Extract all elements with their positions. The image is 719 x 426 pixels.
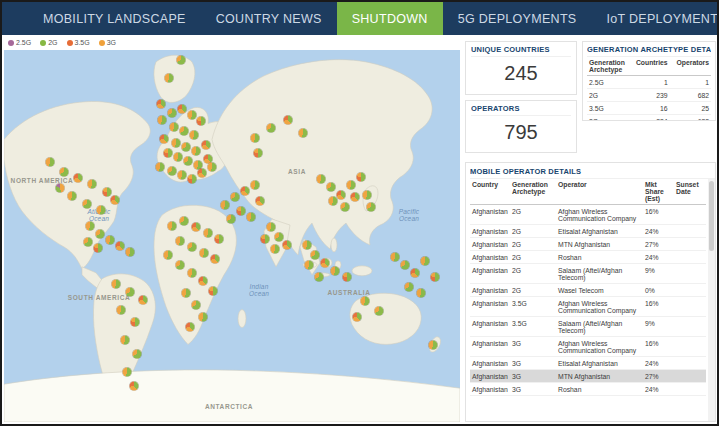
map-pie-marker[interactable]: [111, 196, 120, 205]
map-pie-marker[interactable]: [126, 248, 135, 257]
map-pie-marker[interactable]: [199, 277, 208, 286]
map-pie-marker[interactable]: [123, 368, 132, 377]
map-pie-marker[interactable]: [431, 273, 440, 282]
map-pie-marker[interactable]: [357, 173, 366, 182]
map-pie-marker[interactable]: [184, 157, 193, 166]
map-pie-marker[interactable]: [391, 253, 400, 262]
map-pie-marker[interactable]: [176, 261, 185, 270]
column-header[interactable]: Sunset Date: [674, 179, 706, 205]
map-pie-marker[interactable]: [405, 283, 414, 292]
column-header[interactable]: Operators: [670, 57, 711, 76]
map-pie-marker[interactable]: [401, 261, 410, 270]
column-header[interactable]: Country: [470, 179, 510, 205]
nav-tab-iot-deployments[interactable]: IoT DEPLOYMENTS: [591, 2, 719, 35]
map-pie-marker[interactable]: [178, 105, 187, 114]
map-pie-marker[interactable]: [178, 171, 187, 180]
map-pie-marker[interactable]: [131, 318, 140, 327]
map-pie-marker[interactable]: [130, 382, 139, 391]
legend-item-2g[interactable]: 2G: [40, 39, 57, 46]
table-row[interactable]: Afghanistan3.5GAfghan Wireless Communica…: [470, 297, 706, 317]
map-pie-marker[interactable]: [188, 175, 197, 184]
map-pie-marker[interactable]: [305, 261, 314, 270]
map-pie-marker[interactable]: [126, 288, 135, 297]
map-pie-marker[interactable]: [197, 117, 206, 126]
map-pie-marker[interactable]: [215, 235, 224, 244]
map-pie-marker[interactable]: [164, 251, 173, 260]
map-pie-marker[interactable]: [139, 296, 148, 305]
map-pie-marker[interactable]: [353, 313, 362, 322]
map-pie-marker[interactable]: [165, 74, 174, 83]
map-pie-marker[interactable]: [168, 222, 177, 231]
table-row[interactable]: Afghanistan2GMTN Afghanistan27%: [470, 238, 706, 251]
table-row[interactable]: 2.5G11: [587, 76, 711, 89]
table-row[interactable]: Afghanistan3GAfghan Wireless Communicati…: [470, 337, 706, 357]
map-pie-marker[interactable]: [241, 187, 250, 196]
map-pie-marker[interactable]: [247, 213, 256, 222]
map-pie-marker[interactable]: [83, 200, 92, 209]
map-pie-marker[interactable]: [46, 158, 55, 167]
map-pie-marker[interactable]: [327, 183, 336, 192]
table-row[interactable]: 3.5G1625: [587, 102, 711, 115]
map-pie-marker[interactable]: [331, 267, 340, 276]
map-pie-marker[interactable]: [421, 257, 430, 266]
map-pie-marker[interactable]: [198, 169, 207, 178]
map-pie-marker[interactable]: [170, 123, 179, 132]
column-header[interactable]: Mkt Share (Est): [643, 179, 674, 205]
map-pie-marker[interactable]: [117, 306, 126, 315]
table-row[interactable]: Afghanistan3.5GSalaam (Aftel/Afghan Tele…: [470, 317, 706, 337]
map-pie-marker[interactable]: [60, 168, 69, 177]
nav-tab-shutdown[interactable]: SHUTDOWN: [337, 2, 443, 35]
map-pie-marker[interactable]: [267, 124, 276, 133]
map-pie-marker[interactable]: [168, 167, 177, 176]
map-pie-marker[interactable]: [200, 249, 209, 258]
map-pie-marker[interactable]: [168, 109, 177, 118]
map-pie-marker[interactable]: [315, 273, 324, 282]
map-pie-marker[interactable]: [180, 127, 189, 136]
map-pie-marker[interactable]: [221, 201, 230, 210]
map-pie-marker[interactable]: [164, 149, 173, 158]
map-pie-marker[interactable]: [188, 269, 197, 278]
table-row[interactable]: Afghanistan2GAfghan Wireless Communicati…: [470, 205, 706, 225]
map-pie-marker[interactable]: [156, 163, 165, 172]
map-pie-marker[interactable]: [254, 149, 263, 158]
table-row[interactable]: Afghanistan2GEtisalat Afghanistan24%: [470, 225, 706, 238]
map-pie-marker[interactable]: [347, 181, 356, 190]
map-pie-marker[interactable]: [86, 222, 95, 231]
column-header[interactable]: Generation Archetype: [510, 179, 556, 205]
map-pie-marker[interactable]: [351, 193, 360, 202]
table-row[interactable]: Afghanistan2GSalaam (Aftel/Afghan Teleco…: [470, 264, 706, 284]
map-pie-marker[interactable]: [74, 174, 83, 183]
column-header[interactable]: Countries: [628, 57, 669, 76]
map-pie-marker[interactable]: [251, 181, 260, 190]
map-pie-marker[interactable]: [157, 100, 166, 109]
legend-item-3.5g[interactable]: 3.5G: [67, 39, 90, 46]
table-row[interactable]: 2G239682: [587, 89, 711, 102]
map-pie-marker[interactable]: [192, 223, 201, 232]
map-pie-marker[interactable]: [202, 141, 211, 150]
vertical-scrollbar[interactable]: [708, 179, 715, 421]
map-pie-marker[interactable]: [103, 188, 112, 197]
map-pie-marker[interactable]: [361, 297, 370, 306]
map-pie-marker[interactable]: [275, 233, 284, 242]
map-pie-marker[interactable]: [256, 197, 265, 206]
map-pie-marker[interactable]: [411, 269, 420, 278]
map-pie-marker[interactable]: [97, 206, 106, 215]
map-pie-marker[interactable]: [204, 229, 213, 238]
map-pie-marker[interactable]: [227, 215, 236, 224]
map-pie-marker[interactable]: [209, 287, 218, 296]
table-row[interactable]: Afghanistan2GWasel Telecom0%: [470, 284, 706, 297]
map-pie-marker[interactable]: [303, 241, 312, 250]
map-pie-marker[interactable]: [158, 116, 167, 125]
map-pie-marker[interactable]: [375, 307, 384, 316]
map-pie-marker[interactable]: [251, 134, 260, 143]
table-row[interactable]: Afghanistan3GMTN Afghanistan27%: [470, 370, 706, 383]
map-pie-marker[interactable]: [267, 223, 276, 232]
map-pie-marker[interactable]: [417, 289, 426, 298]
map-pie-marker[interactable]: [317, 175, 326, 184]
nav-tab-5g-deployments[interactable]: 5G DEPLOYMENTS: [443, 2, 592, 35]
map-pie-marker[interactable]: [116, 242, 125, 251]
map-pie-marker[interactable]: [186, 323, 195, 332]
map-pie-marker[interactable]: [337, 191, 346, 200]
map-pie-marker[interactable]: [343, 273, 352, 282]
legend-item-2.5g[interactable]: 2.5G: [8, 39, 31, 46]
